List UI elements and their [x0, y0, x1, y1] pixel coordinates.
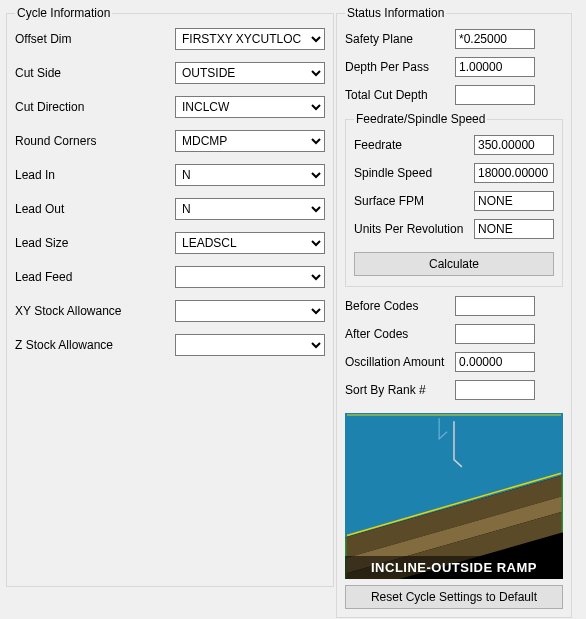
- units-per-rev-input[interactable]: [474, 219, 554, 239]
- feedrate-spindle-group: Feedrate/Spindle Speed Feedrate Spindle …: [345, 112, 563, 287]
- z-stock-combo[interactable]: [175, 334, 325, 356]
- offset-dim-combo[interactable]: FIRSTXY XYCUTLOC: [175, 28, 325, 50]
- round-corners-combo[interactable]: MDCMP: [175, 130, 325, 152]
- oscillation-input[interactable]: [455, 352, 535, 372]
- lead-out-combo[interactable]: N: [175, 198, 325, 220]
- surface-fpm-input[interactable]: [474, 191, 554, 211]
- cycle-information-legend: Cycle Information: [15, 6, 112, 20]
- z-stock-label: Z Stock Allowance: [15, 338, 175, 352]
- cycle-information-group: Cycle Information Offset Dim FIRSTXY XYC…: [6, 6, 334, 587]
- round-corners-label: Round Corners: [15, 134, 175, 148]
- sort-rank-label: Sort By Rank #: [345, 383, 455, 397]
- feedrate-label: Feedrate: [354, 138, 474, 152]
- xy-stock-label: XY Stock Allowance: [15, 304, 175, 318]
- lead-in-combo[interactable]: N: [175, 164, 325, 186]
- cycle-illustration: INCLINE-OUTSIDE RAMP: [345, 413, 563, 579]
- oscillation-label: Oscillation Amount: [345, 355, 455, 369]
- depth-per-pass-label: Depth Per Pass: [345, 60, 455, 74]
- incline-ramp-illustration-icon: [345, 413, 563, 579]
- status-information-group: Status Information Safety Plane Depth Pe…: [336, 6, 572, 618]
- after-codes-input[interactable]: [455, 324, 535, 344]
- feedrate-spindle-legend: Feedrate/Spindle Speed: [354, 112, 487, 126]
- total-cut-depth-label: Total Cut Depth: [345, 88, 455, 102]
- lead-out-label: Lead Out: [15, 202, 175, 216]
- lead-size-combo[interactable]: LEADSCL: [175, 232, 325, 254]
- cut-direction-label: Cut Direction: [15, 100, 175, 114]
- after-codes-label: After Codes: [345, 327, 455, 341]
- before-codes-input[interactable]: [455, 296, 535, 316]
- lead-in-label: Lead In: [15, 168, 175, 182]
- total-cut-depth-input[interactable]: [455, 85, 535, 105]
- feedrate-input[interactable]: [474, 135, 554, 155]
- offset-dim-label: Offset Dim: [15, 32, 175, 46]
- xy-stock-combo[interactable]: [175, 300, 325, 322]
- lead-feed-combo[interactable]: [175, 266, 325, 288]
- before-codes-label: Before Codes: [345, 299, 455, 313]
- spindle-speed-label: Spindle Speed: [354, 166, 474, 180]
- illustration-caption: INCLINE-OUTSIDE RAMP: [345, 556, 563, 579]
- safety-plane-input[interactable]: [455, 29, 535, 49]
- spindle-speed-input[interactable]: [474, 163, 554, 183]
- depth-per-pass-input[interactable]: [455, 57, 535, 77]
- cut-direction-combo[interactable]: INCLCW: [175, 96, 325, 118]
- cut-side-combo[interactable]: OUTSIDE: [175, 62, 325, 84]
- calculate-button[interactable]: Calculate: [354, 252, 554, 276]
- safety-plane-label: Safety Plane: [345, 32, 455, 46]
- cut-side-label: Cut Side: [15, 66, 175, 80]
- lead-feed-label: Lead Feed: [15, 270, 175, 284]
- lead-size-label: Lead Size: [15, 236, 175, 250]
- surface-fpm-label: Surface FPM: [354, 194, 474, 208]
- units-per-rev-label: Units Per Revolution: [354, 222, 474, 236]
- reset-cycle-settings-button[interactable]: Reset Cycle Settings to Default: [345, 585, 563, 609]
- sort-rank-input[interactable]: [455, 380, 535, 400]
- status-information-legend: Status Information: [345, 6, 446, 20]
